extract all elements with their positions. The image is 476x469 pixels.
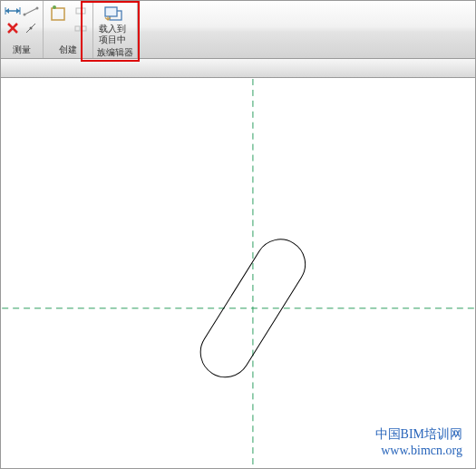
ribbon-toolbar: 测量 创建 (1, 1, 475, 59)
create-button[interactable] (47, 3, 71, 24)
group-label-create: 创建 (47, 44, 89, 58)
watermark-line1: 中国BIM培训网 (375, 426, 462, 443)
svg-point-8 (24, 14, 26, 16)
svg-marker-3 (5, 8, 9, 14)
ribbon-group-family-editor: 载入到 项目中 族编辑器 (93, 1, 138, 58)
load-label-1: 载入到 (99, 24, 126, 34)
svg-line-7 (24, 8, 37, 15)
load-into-project-button[interactable]: 载入到 项目中 (97, 3, 128, 46)
create-icon (49, 5, 69, 23)
svg-point-9 (36, 7, 39, 10)
svg-rect-15 (75, 26, 80, 31)
ribbon-group-create: 创建 (44, 1, 93, 58)
svg-rect-16 (82, 26, 86, 31)
point-icon[interactable] (23, 20, 39, 36)
svg-rect-18 (105, 7, 117, 16)
group-label-measure: 测量 (5, 44, 39, 58)
small-tool-1-icon[interactable] (73, 3, 89, 19)
svg-rect-12 (52, 8, 64, 20)
svg-rect-14 (76, 8, 85, 14)
delete-icon[interactable] (5, 20, 21, 36)
separator-bar (1, 59, 475, 78)
load-label-2: 项目中 (99, 34, 126, 44)
svg-point-13 (53, 5, 56, 9)
watermark: 中国BIM培训网 www.bimcn.org (375, 426, 462, 459)
ribbon-group-measure: 测量 (1, 1, 44, 58)
svg-marker-4 (16, 8, 20, 14)
viewport-svg (2, 79, 474, 467)
group-label-family: 族编辑器 (97, 46, 133, 61)
watermark-line2: www.bimcn.org (375, 443, 462, 459)
measure-line-icon[interactable] (23, 3, 39, 19)
load-project-icon (102, 5, 122, 23)
drawing-canvas[interactable] (2, 79, 474, 467)
dimension-icon[interactable] (5, 3, 21, 19)
small-tool-2-icon[interactable] (73, 20, 89, 36)
svg-point-11 (30, 27, 33, 30)
